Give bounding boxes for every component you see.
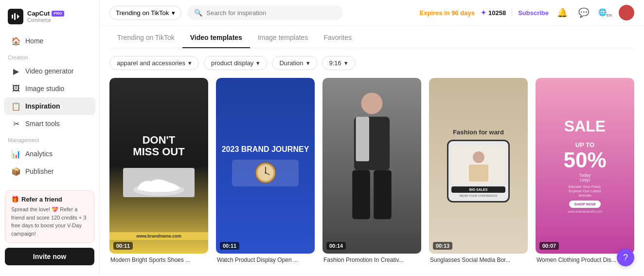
sidebar: CapCut PRO Commerce 🏠 Home Creation ▶ Vi… (0, 0, 100, 276)
shop-now-btn: SHOP NOW (569, 201, 600, 208)
video-card-4[interactable]: Fashion for ward BIG SALES WEAR YOUR CON… (429, 78, 528, 263)
video-card-1[interactable]: DON'TMISS OUT www.brandname.com 00:11 Mo… (109, 78, 208, 263)
sidebar-item-publisher[interactable]: 📦 Publisher (4, 163, 95, 180)
filter-category-label: apparel and accessories (117, 59, 185, 67)
filter-duration-label: Duration (279, 59, 303, 67)
sidebar-item-analytics[interactable]: 📊 Analytics (4, 145, 95, 163)
home-icon: 🏠 (12, 37, 20, 45)
thumb-1-url: www.brandname.com (109, 232, 208, 240)
thumb-5-content: SALEUP TO 50% TodayOnly! Elevate Your Fe… (536, 78, 634, 254)
svg-point-8 (361, 92, 383, 114)
logo-main: CapCut (27, 10, 50, 18)
tab-video-templates[interactable]: Video templates (182, 28, 250, 48)
subscribe-button[interactable]: Subscribe (518, 9, 549, 17)
sale-desc: Elevate Your Feed,Explore Our LatestArri… (569, 184, 602, 198)
credits-display: ✦ 10258 (481, 9, 512, 17)
sidebar-item-video-generator[interactable]: ▶ Video generator (4, 62, 95, 80)
video-duration-3: 00:14 (326, 242, 346, 250)
pro-badge: PRO (52, 11, 64, 17)
video-title-4: Sunglasses Social Media Bor... (429, 257, 528, 263)
topbar-right: Expires in 96 days ✦ 10258 Subscribe 🔔 💬… (420, 5, 634, 20)
thumb-4-title: Fashion for ward (453, 129, 504, 136)
svg-rect-11 (374, 170, 392, 220)
help-button[interactable]: ? (617, 249, 634, 266)
tab-image-templates[interactable]: Image templates (250, 28, 316, 48)
phone-mockup: BIG SALES WEAR YOUR CONFIDENCE (447, 140, 509, 202)
sidebar-item-inspiration[interactable]: 📋 Inspiration (4, 97, 95, 115)
notifications-button[interactable]: 🔔 (555, 5, 570, 20)
video-generator-icon: ▶ (12, 67, 20, 75)
sidebar-item-home-label: Home (25, 37, 43, 45)
logo[interactable]: CapCut PRO Commerce (0, 6, 99, 32)
thumb-4-content: Fashion for ward BIG SALES WEAR YOUR CON… (429, 78, 528, 254)
trending-dropdown[interactable]: Trending on TikTok ▾ (109, 6, 181, 20)
invite-button[interactable]: Invite now (5, 248, 94, 265)
filter-ratio[interactable]: 9:16 ▾ (322, 56, 355, 70)
refer-text: Spread the love! 💝 Refer a friend and sc… (11, 205, 88, 238)
thumb-2-content: 2023 BRAND JOURNEY (216, 78, 315, 254)
sidebar-item-image-studio[interactable]: 🖼 Image studio (4, 80, 95, 97)
search-bar: 🔍 (187, 5, 343, 20)
thumb-3-content (322, 78, 421, 254)
search-icon: 🔍 (194, 9, 202, 17)
chevron-down-icon: ▾ (172, 9, 175, 17)
svg-point-7 (265, 172, 266, 174)
sidebar-bottom: 🎁 Refer a friend Spread the love! 💝 Refe… (0, 190, 99, 270)
content-area: Trending on TikTok Video templates Image… (100, 26, 644, 276)
svg-rect-10 (352, 170, 370, 220)
sale-subtitle: TodayOnly! (579, 173, 590, 183)
sidebar-item-smart-tools[interactable]: ✂ Smart tools (4, 115, 95, 132)
sidebar-item-vg-label: Video generator (25, 67, 73, 75)
messages-button[interactable]: 💬 (576, 5, 591, 20)
filter-type[interactable]: product display ▾ (204, 56, 267, 70)
video-thumb-4: Fashion for ward BIG SALES WEAR YOUR CON… (429, 78, 528, 254)
thumb-2-text: 2023 BRAND JOURNEY (222, 145, 309, 154)
logo-sub: Commerce (27, 18, 64, 23)
video-thumb-1: DON'TMISS OUT www.brandname.com 00:11 (109, 78, 208, 254)
video-card-5[interactable]: SALEUP TO 50% TodayOnly! Elevate Your Fe… (536, 78, 634, 263)
chevron-type-icon: ▾ (256, 59, 260, 67)
video-thumb-3: 00:14 (322, 78, 421, 254)
thumb-1-content: DON'TMISS OUT www.brandname.com (109, 78, 208, 254)
tab-favorites[interactable]: Favorites (316, 28, 359, 48)
filters: apparel and accessories ▾ product displa… (109, 56, 634, 70)
avatar[interactable] (619, 5, 634, 20)
thumb-5-url: www.brandname9.com (568, 210, 602, 213)
video-title-3: Fashion Promotion In Creativ... (322, 257, 421, 263)
image-studio-icon: 🖼 (12, 84, 20, 93)
svg-rect-0 (12, 15, 13, 18)
filter-category[interactable]: apparel and accessories ▾ (109, 56, 199, 70)
video-duration-2: 00:11 (220, 242, 239, 250)
video-thumb-5: SALEUP TO 50% TodayOnly! Elevate Your Fe… (536, 78, 634, 254)
sidebar-item-home[interactable]: 🏠 Home (4, 32, 95, 50)
big-sales-label: BIG SALES (451, 186, 505, 193)
credits-value: 10258 (488, 9, 506, 17)
tab-trending-tiktok[interactable]: Trending on TikTok (109, 28, 182, 48)
logo-text: CapCut PRO Commerce (27, 10, 64, 23)
creation-section-label: Creation (0, 50, 99, 62)
filter-duration[interactable]: Duration ▾ (272, 56, 317, 70)
video-grid: DON'TMISS OUT www.brandname.com 00:11 Mo… (109, 78, 634, 263)
video-title-1: Modern Bright Sports Shoes ... (109, 257, 208, 263)
refer-title: 🎁 Refer a friend (11, 196, 88, 203)
chevron-category-icon: ▾ (188, 59, 192, 67)
shoe-placeholder (123, 168, 194, 197)
video-card-3[interactable]: 00:14 Fashion Promotion In Creativ... (322, 78, 421, 263)
filter-ratio-label: 9:16 (329, 59, 341, 67)
sidebar-item-is-label: Image studio (25, 85, 64, 92)
wear-confidence-label: WEAR YOUR CONFIDENCE (451, 194, 505, 197)
sidebar-item-analytics-label: Analytics (25, 150, 53, 158)
sidebar-item-publisher-label: Publisher (25, 167, 54, 175)
language-button[interactable]: 🌐EN (597, 5, 613, 20)
refer-card: 🎁 Refer a friend Spread the love! 💝 Refe… (5, 190, 94, 243)
svg-rect-12 (356, 117, 369, 162)
publisher-icon: 📦 (12, 167, 20, 176)
video-card-2[interactable]: 2023 BRAND JOURNEY 00:11 (216, 78, 315, 263)
help-icon: ? (623, 253, 628, 263)
fashion-figure (327, 83, 416, 249)
search-input[interactable] (206, 9, 336, 17)
video-duration-1: 00:11 (113, 242, 133, 250)
svg-rect-14 (469, 165, 488, 182)
chevron-duration-icon: ▾ (306, 59, 310, 67)
main-area: Trending on TikTok ▾ 🔍 Expires in 96 day… (100, 0, 644, 276)
